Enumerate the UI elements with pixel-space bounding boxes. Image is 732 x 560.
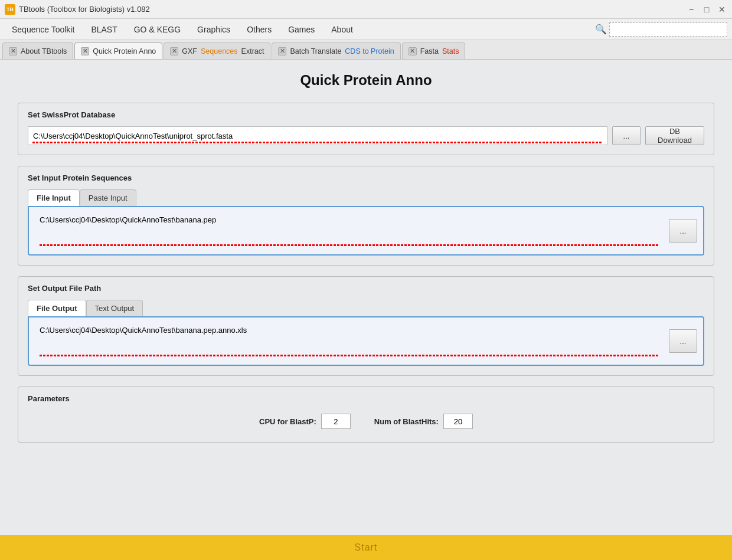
- output-browse-button[interactable]: ...: [669, 329, 697, 353]
- numhits-label: Num of BlastHits:: [374, 417, 439, 426]
- tab-about-tbtools[interactable]: ✕ About TBtools: [2, 42, 73, 59]
- output-file-path-wrapper: [35, 323, 664, 359]
- input-tab-file[interactable]: File Input: [28, 189, 80, 206]
- output-file-path[interactable]: [35, 323, 664, 354]
- output-tab-file[interactable]: File Output: [28, 300, 86, 316]
- tabs-bar: ✕ About TBtools ✕ Quick Protein Anno ✕ G…: [0, 40, 732, 60]
- output-legend: Set Output File Path: [28, 284, 704, 293]
- output-wavy-underline: [40, 355, 659, 356]
- output-file-content: ...: [28, 316, 704, 366]
- output-section: Set Output File Path File Output Text Ou…: [18, 276, 714, 376]
- output-sub-tabs: File Output Text Output: [28, 300, 704, 316]
- menu-go-kegg[interactable]: GO & KEGG: [127, 22, 188, 37]
- tab-close-about[interactable]: ✕: [9, 47, 17, 55]
- app-icon: TB: [5, 4, 15, 15]
- input-wavy-underline: [40, 244, 659, 246]
- tab-label-fasta-prefix: Fasta: [420, 47, 439, 55]
- input-tab-paste[interactable]: Paste Input: [80, 189, 136, 206]
- menu-games[interactable]: Games: [281, 22, 322, 37]
- cpu-input[interactable]: [321, 414, 351, 429]
- tab-label-gxf-color: Sequences: [201, 47, 238, 55]
- tab-close-qpa[interactable]: ✕: [81, 47, 89, 55]
- tab-fasta-stats[interactable]: ✕ Fasta Stats: [402, 42, 466, 59]
- input-file-content: ...: [28, 206, 704, 256]
- menu-about[interactable]: About: [324, 22, 360, 37]
- input-browse-button[interactable]: ...: [669, 219, 697, 243]
- window-controls: − □ ✕: [686, 4, 727, 15]
- cpu-label: CPU for BlastP:: [259, 417, 316, 426]
- tab-label-batch-prefix: Batch Translate: [290, 47, 341, 55]
- tab-label-about: About TBtools: [21, 47, 67, 55]
- swissprot-row: ... DB Download: [28, 126, 704, 145]
- params-row: CPU for BlastP: Num of BlastHits:: [28, 410, 704, 433]
- tab-label-gxf-suffix: Extract: [241, 47, 264, 55]
- start-bar[interactable]: Start: [0, 535, 732, 560]
- swissprot-wavy-underline: [32, 142, 603, 143]
- output-tab-text[interactable]: Text Output: [86, 300, 143, 316]
- numhits-param-group: Num of BlastHits:: [374, 414, 473, 429]
- tab-close-fasta[interactable]: ✕: [409, 47, 417, 55]
- tab-label-qpa: Quick Protein Anno: [93, 47, 156, 55]
- input-legend: Set Input Protein Sequences: [28, 173, 704, 182]
- cpu-param-group: CPU for BlastP:: [259, 414, 351, 429]
- app-title: TBtools (Toolbox for Biologists) v1.082: [19, 5, 150, 14]
- search-icon[interactable]: 🔍: [595, 24, 607, 35]
- search-area: 🔍: [595, 22, 727, 37]
- tab-close-batch[interactable]: ✕: [278, 47, 286, 55]
- app-wrapper: TB TBtools (Toolbox for Biologists) v1.0…: [0, 0, 732, 560]
- input-file-path[interactable]: [35, 213, 664, 244]
- parameters-legend: Parameters: [28, 394, 704, 403]
- tab-gxf-sequences[interactable]: ✕ GXF Sequences Extract: [164, 42, 270, 59]
- menu-bar: Sequence Toolkit BLAST GO & KEGG Graphic…: [0, 19, 732, 40]
- tab-batch-translate[interactable]: ✕ Batch Translate CDS to Protein: [272, 42, 400, 59]
- menu-others[interactable]: Others: [240, 22, 279, 37]
- swissprot-section: Set SwissProt Database ... DB Download: [18, 103, 714, 155]
- swissprot-legend: Set SwissProt Database: [28, 110, 704, 119]
- title-bar: TB TBtools (Toolbox for Biologists) v1.0…: [0, 0, 732, 19]
- maximize-button[interactable]: □: [701, 4, 712, 15]
- swissprot-browse-button[interactable]: ...: [612, 126, 640, 145]
- minimize-button[interactable]: −: [686, 4, 697, 15]
- swissprot-path-wrapper: [28, 126, 607, 145]
- input-sub-tabs: File Input Paste Input: [28, 189, 704, 206]
- page-title: Quick Protein Anno: [18, 72, 714, 89]
- menu-sequence-toolkit[interactable]: Sequence Toolkit: [5, 22, 81, 37]
- input-file-path-wrapper: [35, 213, 664, 248]
- numhits-input[interactable]: [443, 414, 473, 429]
- main-content: Quick Protein Anno Set SwissProt Databas…: [0, 60, 732, 535]
- tab-label-gxf-prefix: GXF: [182, 47, 197, 55]
- db-download-button[interactable]: DB Download: [645, 126, 704, 145]
- tab-close-gxf[interactable]: ✕: [170, 47, 178, 55]
- parameters-section: Parameters CPU for BlastP: Num of BlastH…: [18, 387, 714, 443]
- menu-graphics[interactable]: Graphics: [190, 22, 237, 37]
- tab-label-fasta-color: Stats: [442, 47, 459, 55]
- search-input[interactable]: [609, 22, 727, 37]
- input-section: Set Input Protein Sequences File Input P…: [18, 166, 714, 266]
- close-button[interactable]: ✕: [717, 4, 727, 15]
- tab-quick-protein-anno[interactable]: ✕ Quick Protein Anno: [74, 42, 162, 59]
- title-bar-left: TB TBtools (Toolbox for Biologists) v1.0…: [5, 4, 150, 15]
- tab-label-batch-color: CDS to Protein: [345, 47, 394, 55]
- menu-blast[interactable]: BLAST: [84, 22, 124, 37]
- start-button-label: Start: [355, 542, 378, 553]
